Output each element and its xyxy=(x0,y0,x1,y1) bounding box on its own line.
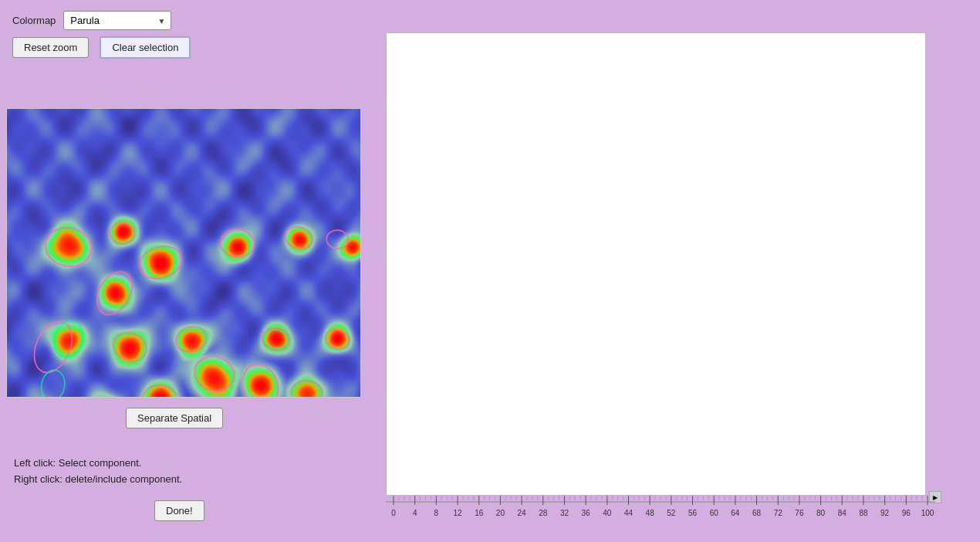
svg-text:92: 92 xyxy=(880,509,890,517)
svg-text:100: 100 xyxy=(921,509,934,517)
reset-zoom-button[interactable]: Reset zoom xyxy=(12,37,89,58)
clear-selection-button[interactable]: Clear selection xyxy=(100,36,191,59)
separate-spatial-area: Separate Spatial xyxy=(126,408,223,429)
svg-text:80: 80 xyxy=(816,509,826,517)
svg-text:8: 8 xyxy=(434,509,439,517)
svg-text:0: 0 xyxy=(391,509,396,517)
svg-text:56: 56 xyxy=(688,509,698,517)
top-bar: Colormap Parula Jet Hot Cool Gray Viridi… xyxy=(0,0,980,36)
colormap-select-wrapper[interactable]: Parula Jet Hot Cool Gray Viridis Plasma xyxy=(63,11,171,30)
right-panel: ▶ 04812162024283236404448525660646872768… xyxy=(386,32,941,503)
ruler-svg: 0481216202428323640444852566064687276808… xyxy=(386,496,935,530)
svg-text:52: 52 xyxy=(667,509,676,517)
chart-area xyxy=(386,32,926,496)
svg-text:48: 48 xyxy=(646,509,655,517)
svg-text:36: 36 xyxy=(582,509,591,517)
svg-text:68: 68 xyxy=(752,509,762,517)
svg-text:64: 64 xyxy=(731,509,740,517)
done-button-area: Done! xyxy=(154,500,204,521)
svg-text:96: 96 xyxy=(902,509,911,517)
svg-text:16: 16 xyxy=(475,509,484,517)
svg-text:20: 20 xyxy=(496,509,505,517)
svg-text:4: 4 xyxy=(413,509,417,517)
svg-text:76: 76 xyxy=(795,509,804,517)
colormap-label: Colormap xyxy=(12,15,56,26)
ruler-container: 0481216202428323640444852566064687276808… xyxy=(386,496,935,530)
instruction-line2: Right click: delete/include component. xyxy=(14,472,182,488)
svg-text:12: 12 xyxy=(453,509,462,517)
svg-text:72: 72 xyxy=(774,509,783,517)
heatmap-container[interactable] xyxy=(6,108,361,398)
instructions: Left click: Select component. Right clic… xyxy=(14,456,182,488)
separate-spatial-button[interactable]: Separate Spatial xyxy=(126,408,223,429)
heatmap-canvas[interactable] xyxy=(7,109,360,397)
svg-text:32: 32 xyxy=(560,509,569,517)
instruction-line1: Left click: Select component. xyxy=(14,456,182,472)
done-button[interactable]: Done! xyxy=(154,500,204,521)
svg-text:60: 60 xyxy=(710,509,719,517)
svg-text:84: 84 xyxy=(838,509,847,517)
colormap-select[interactable]: Parula Jet Hot Cool Gray Viridis Plasma xyxy=(63,11,171,30)
svg-text:88: 88 xyxy=(859,509,868,517)
svg-text:24: 24 xyxy=(518,509,527,517)
svg-text:40: 40 xyxy=(603,509,612,517)
svg-text:44: 44 xyxy=(624,509,634,517)
svg-text:28: 28 xyxy=(539,509,548,517)
